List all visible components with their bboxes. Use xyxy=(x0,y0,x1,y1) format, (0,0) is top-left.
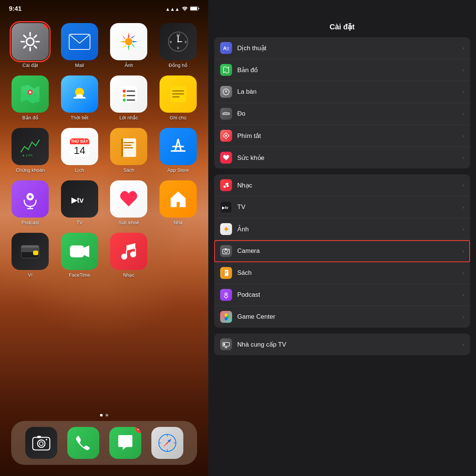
app-maps[interactable]: Bản đồ xyxy=(7,75,53,120)
svg-point-89 xyxy=(228,250,229,251)
app-reminders[interactable]: Lời nhắc xyxy=(106,75,152,120)
app-books[interactable]: Sách xyxy=(106,128,152,173)
app-podcasts[interactable]: Podcast xyxy=(7,180,53,225)
page-dot-2 xyxy=(106,414,108,416)
books-row-icon xyxy=(220,267,232,279)
app-home[interactable]: Nhà xyxy=(155,180,201,225)
svg-rect-88 xyxy=(225,248,226,250)
svg-point-85 xyxy=(225,228,228,231)
row-tvprovider[interactable]: Nhà cung cấp TV › xyxy=(214,334,470,355)
photos-row-icon xyxy=(220,223,232,235)
app-notes[interactable]: Ghi chú xyxy=(155,75,201,120)
dock-messages[interactable]: 39 xyxy=(109,427,141,459)
svg-rect-63 xyxy=(33,437,50,450)
svg-rect-47 xyxy=(123,145,132,146)
dock-phone[interactable] xyxy=(67,427,99,459)
photos-row-label: Ảnh xyxy=(237,225,459,233)
svg-text:14: 14 xyxy=(74,145,85,156)
camera-row-icon xyxy=(220,245,232,257)
row-translate[interactable]: A 文 Dịch thuật › xyxy=(214,37,470,59)
signal-icon: ▲▲▲ xyxy=(165,6,180,12)
maps-label: Bản đồ xyxy=(22,115,38,120)
svg-rect-92 xyxy=(225,271,228,272)
page-dot-1 xyxy=(100,414,103,416)
health-row-chevron: › xyxy=(462,155,464,161)
app-facetime[interactable]: FaceTime xyxy=(57,233,103,278)
app-wallet[interactable]: Ví xyxy=(7,233,53,278)
mail-label: Mail xyxy=(75,62,84,68)
status-bar: 9:41 ▲▲▲ xyxy=(0,0,208,16)
row-measure[interactable]: Đo › xyxy=(214,103,470,125)
app-music[interactable]: Nhạc xyxy=(106,233,152,278)
svg-rect-37 xyxy=(172,96,180,97)
app-settings[interactable]: 2 Cài đặt xyxy=(7,23,53,68)
svg-point-50 xyxy=(29,195,32,198)
app-health[interactable]: Sức khoẻ xyxy=(106,180,152,225)
photos-label: Ảnh xyxy=(125,62,133,68)
facetime-label: FaceTime xyxy=(69,272,90,278)
maps-row-chevron: › xyxy=(462,67,464,73)
svg-text:▶tv: ▶tv xyxy=(71,196,84,204)
music-row-label: Nhạc xyxy=(237,181,459,189)
svg-point-0 xyxy=(184,10,186,11)
settings-label: Cài đặt xyxy=(22,62,38,68)
books-row-label: Sách xyxy=(237,269,459,277)
settings-section-2: Nhạc › ▶tv TV › xyxy=(214,174,470,328)
books-row-chevron: › xyxy=(462,270,464,276)
svg-text:▲ 1.2%: ▲ 1.2% xyxy=(22,154,32,157)
svg-rect-56 xyxy=(33,251,38,255)
svg-rect-91 xyxy=(224,270,225,276)
svg-point-25 xyxy=(29,91,31,93)
podcasts-row-icon xyxy=(220,289,232,301)
svg-text:▶tv: ▶tv xyxy=(222,206,228,210)
podcasts-row-label: Podcast xyxy=(237,291,459,299)
app-weather[interactable]: Thời tiết xyxy=(57,75,103,120)
app-clock[interactable]: 12 6 9 3 Đồng hồ xyxy=(155,23,201,68)
music-row-icon xyxy=(220,179,232,191)
translate-label: Dịch thuật xyxy=(237,44,459,52)
dock-safari[interactable] xyxy=(151,427,183,459)
settings-header: Cài đặt xyxy=(208,0,476,37)
row-compass[interactable]: La bàn › xyxy=(214,81,470,103)
notes-label: Ghi chú xyxy=(170,115,186,120)
svg-rect-76 xyxy=(223,113,229,115)
settings-badge: 2 xyxy=(44,23,49,28)
gamecenter-icon xyxy=(220,311,232,323)
svg-rect-36 xyxy=(172,93,184,94)
app-photos[interactable]: Ảnh xyxy=(106,23,152,68)
row-podcasts[interactable]: Podcast › xyxy=(214,284,470,306)
svg-point-95 xyxy=(226,294,227,295)
svg-rect-48 xyxy=(123,147,133,148)
app-stocks[interactable]: ▲ 1.2% Chứng khoán xyxy=(7,128,53,173)
row-photos[interactable]: Ảnh › xyxy=(214,218,470,240)
compass-chevron: › xyxy=(462,89,464,95)
health-row-icon xyxy=(220,152,232,164)
row-gamecenter[interactable]: Game Center › xyxy=(214,306,470,328)
home-label: Nhà xyxy=(174,220,183,225)
svg-text:THỨ BẢY: THỨ BẢY xyxy=(71,138,88,144)
compass-icon xyxy=(220,86,232,98)
row-health[interactable]: Sức khỏe › xyxy=(214,147,470,168)
row-tv[interactable]: ▶tv TV › xyxy=(214,196,470,218)
svg-point-75 xyxy=(226,91,227,93)
row-music[interactable]: Nhạc › xyxy=(214,174,470,196)
svg-point-87 xyxy=(225,250,228,253)
row-camera[interactable]: Camera › xyxy=(214,240,470,262)
app-appstore[interactable]: App Store xyxy=(155,128,201,173)
row-shortcuts[interactable]: Phím tắt › xyxy=(214,125,470,147)
app-tv[interactable]: ▶tv TV xyxy=(57,180,103,225)
row-books[interactable]: Sách › xyxy=(214,262,470,284)
svg-rect-35 xyxy=(172,90,184,91)
settings-section-1: A 文 Dịch thuật › Bản đồ › xyxy=(214,37,470,168)
svg-text:6: 6 xyxy=(177,46,179,50)
app-calendar[interactable]: THỨ BẢY 14 Lịch xyxy=(57,128,103,173)
svg-line-9 xyxy=(24,35,26,38)
dock-camera[interactable] xyxy=(25,427,57,459)
svg-rect-46 xyxy=(123,142,134,143)
row-maps[interactable]: Bản đồ › xyxy=(214,59,470,81)
battery-icon xyxy=(190,6,199,12)
music-row-chevron: › xyxy=(462,182,464,188)
settings-scroll[interactable]: A 文 Dịch thuật › Bản đồ › xyxy=(208,37,476,476)
app-mail[interactable]: Mail xyxy=(57,23,103,68)
gamecenter-row-chevron: › xyxy=(462,314,464,320)
